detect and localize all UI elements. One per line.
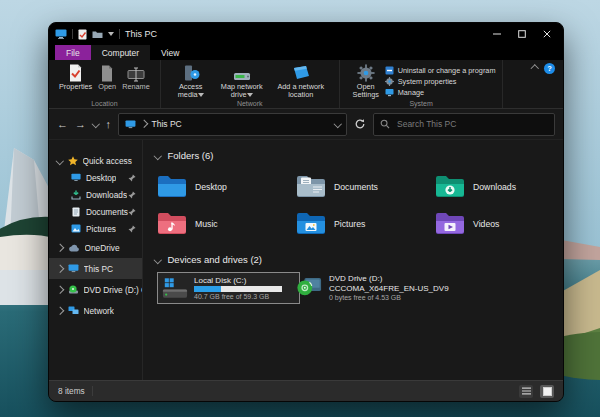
devices-section-header[interactable]: Devices and drives (2) <box>155 254 563 265</box>
folder-label: Downloads <box>473 182 516 192</box>
folder-music[interactable]: Music <box>157 211 296 236</box>
add-network-location-button[interactable]: Add a network location <box>270 63 332 100</box>
tab-computer[interactable]: Computer <box>91 45 150 60</box>
sidebar-downloads-label: Downloads <box>86 190 127 200</box>
sidebar-item-quick-access[interactable]: Quick access <box>49 152 142 169</box>
large-icons-view-button[interactable] <box>540 385 554 398</box>
capacity-bar-used <box>194 286 221 292</box>
ribbon-group-location: Properties Open <box>49 60 161 108</box>
dvd-disc-icon <box>68 285 79 294</box>
address-dropdown-icon[interactable] <box>333 120 341 128</box>
dvd-name: DVD Drive (D:) <box>329 274 449 283</box>
tab-view[interactable]: View <box>150 45 190 60</box>
details-view-button[interactable] <box>519 385 533 398</box>
group-label-location: Location <box>49 100 160 107</box>
manage-button[interactable]: Manage <box>385 88 496 97</box>
map-network-drive-label: Map network drive <box>217 83 267 99</box>
minimize-button[interactable] <box>487 26 507 42</box>
folders-collapse-icon[interactable] <box>154 152 162 160</box>
open-button[interactable]: Open <box>95 63 119 92</box>
sidebar-desktop-label: Desktop <box>86 173 116 183</box>
map-network-drive-button[interactable]: Map network drive <box>214 63 270 100</box>
address-bar[interactable]: This PC <box>118 113 347 136</box>
dvd-expand-icon[interactable] <box>56 286 64 294</box>
sidebar-item-network[interactable]: Network <box>49 300 142 321</box>
pin-icon[interactable] <box>128 208 136 216</box>
maximize-button[interactable] <box>512 26 532 42</box>
breadcrumb-this-pc[interactable]: This PC <box>152 119 182 129</box>
search-box[interactable] <box>373 113 555 136</box>
group-label-system: System <box>340 100 503 107</box>
drive-dvd-d[interactable]: DVD Drive (D:) CCCOMA_X64FRE_EN-US_DV9 0… <box>296 272 563 301</box>
search-input[interactable] <box>395 118 548 130</box>
properties-button[interactable]: Properties <box>56 63 95 92</box>
quick-access-label: Quick access <box>83 156 132 166</box>
this-pc-icon <box>55 29 67 39</box>
folder-videos[interactable]: Videos <box>435 211 564 236</box>
back-button[interactable]: ← <box>57 119 68 130</box>
map-network-drive-icon <box>232 64 252 82</box>
this-pc-monitor-icon <box>68 264 79 273</box>
tab-file[interactable]: File <box>55 45 91 60</box>
uninstall-program-button[interactable]: Uninstall or change a program <box>385 66 496 75</box>
documents-icon <box>71 207 81 217</box>
sidebar-item-desktop[interactable]: Desktop <box>49 169 142 186</box>
recent-locations-icon[interactable] <box>92 120 100 128</box>
quick-folder-icon[interactable] <box>92 30 103 39</box>
open-icon <box>100 64 114 82</box>
folder-pictures[interactable]: Pictures <box>296 211 435 236</box>
folder-documents[interactable]: Documents <box>296 174 435 199</box>
quick-properties-icon[interactable] <box>78 29 87 40</box>
forward-button[interactable]: → <box>75 119 86 130</box>
sidebar-item-dvd-drive[interactable]: DVD Drive (D:) CCCO <box>49 279 142 300</box>
close-button[interactable] <box>537 26 557 42</box>
add-network-location-label: Add a network location <box>273 83 329 99</box>
rename-button[interactable]: Rename <box>119 63 153 92</box>
ribbon-corner: ? <box>532 63 556 74</box>
items-view: Folders (6) Desktop <box>143 140 563 380</box>
sidebar-item-onedrive[interactable]: OneDrive <box>49 237 142 258</box>
access-media-button[interactable]: Access media <box>168 63 214 100</box>
sidebar-item-downloads[interactable]: Downloads <box>49 186 142 203</box>
devices-grid: Local Disk (C:) 40.7 GB free of 59.3 GB <box>157 272 563 304</box>
drive-local-disk-c[interactable]: Local Disk (C:) 40.7 GB free of 59.3 GB <box>157 272 300 304</box>
sidebar-this-pc-label: This PC <box>84 264 114 274</box>
folder-label: Pictures <box>334 219 365 229</box>
system-properties-button[interactable]: System properties <box>385 77 496 86</box>
sidebar-item-documents[interactable]: Documents <box>49 203 142 220</box>
sidebar-network-label: Network <box>84 306 114 316</box>
ribbon: Properties Open <box>49 60 563 109</box>
folder-downloads[interactable]: Downloads <box>435 174 564 199</box>
up-button[interactable]: ↑ <box>106 119 112 130</box>
quick-access-toolbar-caret-icon[interactable] <box>108 32 114 36</box>
minimize-ribbon-icon[interactable] <box>530 65 538 73</box>
manage-icon <box>385 88 394 97</box>
devices-collapse-icon[interactable] <box>154 256 162 264</box>
open-settings-button[interactable]: Open Settings <box>347 63 385 100</box>
refresh-button[interactable] <box>354 118 366 130</box>
pin-icon[interactable] <box>128 191 136 199</box>
open-label: Open <box>98 83 116 91</box>
quick-access-expand-icon[interactable] <box>56 157 64 165</box>
map-network-drive-text: Map network drive <box>221 82 263 99</box>
folder-desktop[interactable]: Desktop <box>157 174 296 199</box>
onedrive-expand-icon[interactable] <box>56 244 64 252</box>
capacity-bar <box>194 286 282 292</box>
desktop-icon <box>71 173 81 182</box>
help-icon[interactable]: ? <box>544 63 555 74</box>
sidebar-item-pictures[interactable]: Pictures <box>49 220 142 237</box>
onedrive-cloud-icon <box>68 244 80 252</box>
tab-view-label: View <box>161 48 179 58</box>
sidebar-item-this-pc[interactable]: This PC <box>49 258 142 279</box>
network-expand-icon[interactable] <box>56 307 64 315</box>
file-explorer-window: This PC File Computer View <box>48 22 564 402</box>
pin-icon[interactable] <box>128 225 136 233</box>
pictures-folder-icon <box>296 211 326 236</box>
folders-section-header[interactable]: Folders (6) <box>155 150 563 161</box>
group-label-network: Network <box>161 100 339 107</box>
this-pc-expand-icon[interactable] <box>56 265 64 273</box>
tab-computer-label: Computer <box>102 48 139 58</box>
pin-icon[interactable] <box>128 174 136 182</box>
help-glyph: ? <box>547 64 552 73</box>
dvd-volume-label: CCCOMA_X64FRE_EN-US_DV9 <box>329 284 449 293</box>
